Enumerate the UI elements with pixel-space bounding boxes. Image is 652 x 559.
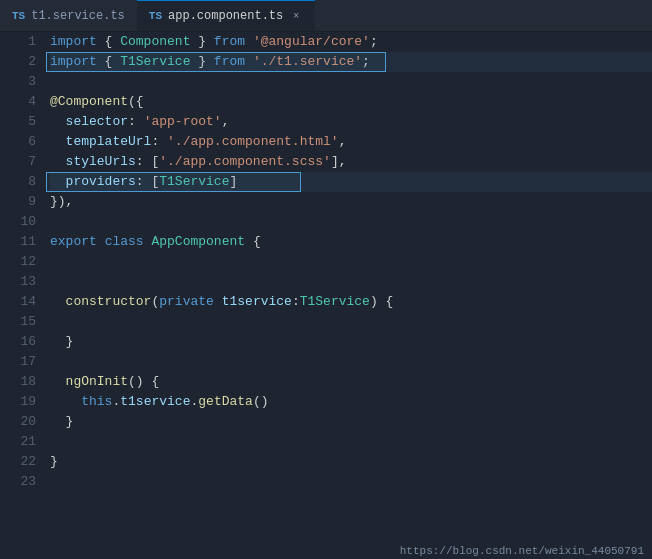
token: selector [66, 114, 128, 129]
code-line-4: @Component({ [50, 92, 652, 112]
code-line-13 [50, 272, 652, 292]
token: : [292, 294, 300, 309]
token: getData [198, 394, 253, 409]
code-line-14: constructor(private t1service:T1Service)… [50, 292, 652, 312]
token: './app.component.scss' [159, 154, 331, 169]
token [97, 234, 105, 249]
line-number-12: 12 [10, 252, 36, 272]
token: t1service [222, 294, 292, 309]
token: { [245, 234, 261, 249]
token: }), [50, 194, 73, 209]
code-line-16: } [50, 332, 652, 352]
code-line-9: }), [50, 192, 652, 212]
token: '@angular/core' [253, 34, 370, 49]
token: from [214, 34, 245, 49]
token: : [151, 134, 167, 149]
code-line-3 [50, 72, 652, 92]
token [50, 374, 66, 389]
token: } [190, 34, 213, 49]
token: T1Service [300, 294, 370, 309]
code-line-12 [50, 252, 652, 272]
token: AppComponent [151, 234, 245, 249]
code-line-17 [50, 352, 652, 372]
ts-icon: TS [12, 10, 25, 22]
token: : [128, 114, 144, 129]
token: styleUrls [66, 154, 136, 169]
token: ], [331, 154, 347, 169]
token: constructor [66, 294, 152, 309]
token: } [50, 454, 58, 469]
token: () { [128, 374, 159, 389]
line-number-3: 3 [10, 72, 36, 92]
line-number-22: 22 [10, 452, 36, 472]
line-number-9: 9 [10, 192, 36, 212]
code-line-2: import { T1Service } from './t1.service'… [50, 52, 652, 72]
token: Component [120, 34, 190, 49]
token: () [253, 394, 269, 409]
line-number-19: 19 [10, 392, 36, 412]
token: } [190, 54, 213, 69]
token: { [97, 54, 120, 69]
tab-label: app.component.ts [168, 9, 283, 23]
code-area: import { Component } from '@angular/core… [46, 32, 652, 559]
code-line-10 [50, 212, 652, 232]
tab-close-button[interactable]: × [289, 9, 303, 23]
line-number-14: 14 [10, 292, 36, 312]
token: './t1.service' [253, 54, 362, 69]
token [50, 394, 81, 409]
token: this [81, 394, 112, 409]
token: T1Service [120, 54, 190, 69]
token [50, 174, 66, 189]
tab-app-component[interactable]: TS app.component.ts × [137, 0, 315, 31]
line-number-16: 16 [10, 332, 36, 352]
line-number-10: 10 [10, 212, 36, 232]
token: './app.component.html' [167, 134, 339, 149]
line-number-17: 17 [10, 352, 36, 372]
token: import [50, 54, 97, 69]
line-numbers: 1234567891011121314151617181920212223 [0, 32, 46, 559]
code-line-22: } [50, 452, 652, 472]
ts-icon: TS [149, 10, 162, 22]
tab-bar: TS t1.service.ts TS app.component.ts × [0, 0, 652, 32]
code-line-20: } [50, 412, 652, 432]
line-number-11: 11 [10, 232, 36, 252]
line-number-6: 6 [10, 132, 36, 152]
token: ({ [128, 94, 144, 109]
token: , [339, 134, 347, 149]
code-line-21 [50, 432, 652, 452]
token: 'app-root' [144, 114, 222, 129]
code-line-8: providers: [T1Service] [50, 172, 652, 192]
token: providers [66, 174, 136, 189]
line-number-20: 20 [10, 412, 36, 432]
token: ] [229, 174, 237, 189]
code-line-18: ngOnInit() { [50, 372, 652, 392]
line-number-15: 15 [10, 312, 36, 332]
token [214, 294, 222, 309]
token: ; [362, 54, 370, 69]
token: private [159, 294, 214, 309]
token [50, 294, 66, 309]
line-number-5: 5 [10, 112, 36, 132]
line-number-4: 4 [10, 92, 36, 112]
line-number-7: 7 [10, 152, 36, 172]
token: t1service [120, 394, 190, 409]
token: } [50, 334, 73, 349]
tab-label: t1.service.ts [31, 9, 125, 23]
token: ) { [370, 294, 393, 309]
tab-t1-service[interactable]: TS t1.service.ts [0, 0, 137, 31]
token: { [97, 34, 120, 49]
code-line-23 [50, 472, 652, 492]
token [245, 54, 253, 69]
code-line-11: export class AppComponent { [50, 232, 652, 252]
code-line-7: styleUrls: ['./app.component.scss'], [50, 152, 652, 172]
token: @Component [50, 94, 128, 109]
token: templateUrl [66, 134, 152, 149]
line-number-21: 21 [10, 432, 36, 452]
token: import [50, 34, 97, 49]
line-number-8: 8 [10, 172, 36, 192]
line-number-23: 23 [10, 472, 36, 492]
token [50, 134, 66, 149]
token [50, 114, 66, 129]
line-number-13: 13 [10, 272, 36, 292]
token [50, 154, 66, 169]
